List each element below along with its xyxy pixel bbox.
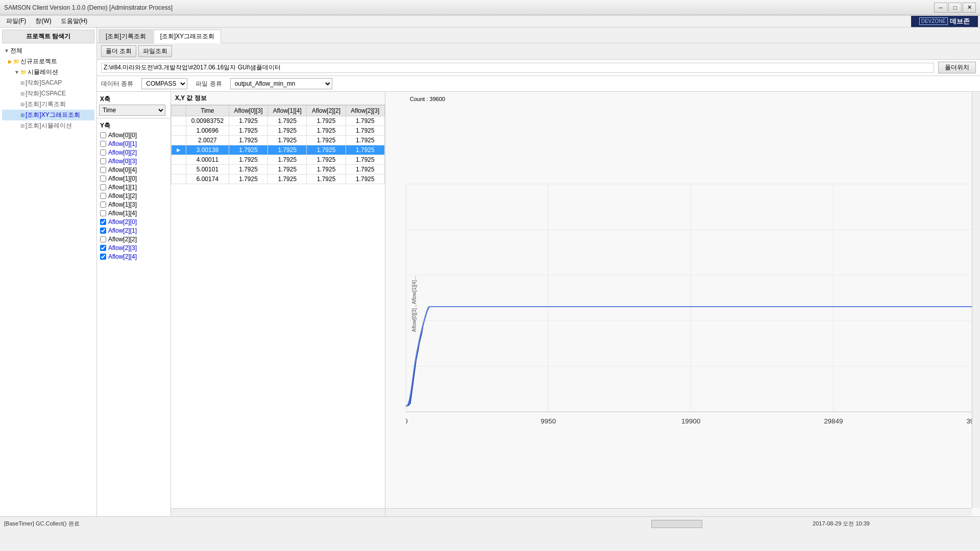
y-checkbox-0[interactable] (100, 132, 106, 138)
cell-6-2: 1.7925 (268, 174, 307, 184)
table-scroll-area[interactable]: Time Aflow[0][3] Aflow[1][4] Aflow[2][2]… (171, 105, 385, 508)
y-item-1[interactable]: Aflow[0][1] (99, 140, 168, 148)
status-datetime: 2017-08-29 오전 10:39 (813, 520, 870, 528)
table-row[interactable]: 4.000111.79251.79251.79251.7925 (172, 155, 385, 165)
content-area: [조회]기록조회 [조회]XY그래프조회 폴더 조회 파일조회 폴더위치 데이터… (97, 28, 980, 516)
cell-1-3: 1.7925 (307, 126, 346, 136)
file-view-button[interactable]: 파일조회 (138, 45, 172, 57)
y-item-7[interactable]: Aflow[1][2] (99, 192, 168, 200)
status-bar: [BaseTimer] GC.Collect() 완료 2017-08-29 오… (0, 516, 980, 531)
db-icon-4: ⊞ (20, 112, 24, 118)
cell-2-2: 1.7925 (268, 136, 307, 145)
table-row[interactable]: 2.00271.79251.79251.79251.7925 (172, 136, 385, 145)
y-item-8[interactable]: Aflow[1][3] (99, 201, 168, 209)
find-folder-button[interactable]: 폴더위치 (938, 62, 976, 73)
cell-5-4: 1.7925 (346, 165, 384, 174)
y-item-9[interactable]: Aflow[1][4] (99, 209, 168, 217)
y-checkbox-2[interactable] (100, 149, 106, 156)
y-item-2[interactable]: Aflow[0][2] (99, 148, 168, 157)
y-label-9: Aflow[1][4] (108, 210, 137, 217)
sidebar-item-sacap[interactable]: ⊞ [작화]SACAP (2, 78, 94, 88)
cell-5-0: 5.00101 (186, 165, 229, 174)
table-row[interactable]: 0.009837521.79251.79251.79251.7925 (172, 116, 385, 126)
y-checkbox-6[interactable] (100, 184, 106, 190)
sidebar-item-all[interactable]: ▼ 전체 (2, 45, 94, 56)
cell-0-3: 1.7925 (307, 116, 346, 126)
tab-record[interactable]: [조회]기록조회 (99, 30, 153, 43)
cell-3-3: 1.7925 (307, 145, 346, 155)
y-item-5[interactable]: Aflow[1][0] (99, 174, 168, 183)
y-label-14: Aflow[2][4] (108, 253, 137, 260)
chart-scrollbar-v[interactable] (972, 92, 980, 508)
y-checkbox-8[interactable] (100, 202, 106, 208)
minimize-button[interactable]: ─ (934, 3, 947, 13)
y-item-10[interactable]: Aflow[2][0] (99, 218, 168, 226)
sidebar-item-record[interactable]: ⊞ [조회]기록조회 (2, 99, 94, 110)
y-checkbox-1[interactable] (100, 141, 106, 147)
cell-6-4: 1.7925 (346, 174, 384, 184)
sidebar: 프로젝트 탐색기 ▼ 전체 ▶ 📁 신규프로젝트 ▼ 📁 시뮬레이션 ⊞ [작화… (0, 28, 97, 516)
sidebar-item-xygraph[interactable]: ⊞ [조회]XY그래프조회 (2, 110, 94, 120)
close-button[interactable]: ✕ (963, 3, 976, 13)
table-row[interactable]: 6.001741.79251.79251.79251.7925 (172, 174, 385, 184)
data-type-select[interactable]: COMPASS (141, 78, 187, 89)
y-checkbox-14[interactable] (100, 254, 106, 260)
path-input[interactable] (101, 63, 934, 73)
menu-window[interactable]: 창(W) (31, 16, 55, 27)
data-table-area: X,Y 값 정보 Time Aflow[0][3] Aflow[1][4] Af… (171, 92, 385, 516)
table-row[interactable]: 5.001011.79251.79251.79251.7925 (172, 165, 385, 174)
y-checkbox-12[interactable] (100, 236, 106, 242)
y-item-3[interactable]: Aflow[0][3] (99, 157, 168, 165)
y-label-8: Aflow[1][3] (108, 201, 137, 208)
y-item-13[interactable]: Aflow[2][3] (99, 244, 168, 252)
y-checkbox-7[interactable] (100, 193, 106, 199)
row-arrow-3: ► (172, 145, 186, 155)
table-row[interactable]: ►3.001381.79251.79251.79251.7925 (172, 145, 385, 155)
sidebar-item-simsim[interactable]: ⊞ [조회]시뮬레이션 (2, 120, 94, 131)
sidebar-title: 프로젝트 탐색기 (2, 30, 94, 43)
cell-4-2: 1.7925 (268, 155, 307, 165)
col-aflow14: Aflow[1][4] (268, 106, 307, 116)
y-checkbox-9[interactable] (100, 210, 106, 216)
y-label-2: Aflow[0][2] (108, 149, 137, 156)
folder-view-button[interactable]: 폴더 조회 (101, 45, 136, 57)
y-item-12[interactable]: Aflow[2][2] (99, 235, 168, 243)
cell-6-3: 1.7925 (307, 174, 346, 184)
row-arrow-1 (172, 126, 186, 136)
y-item-4[interactable]: Aflow[0][4] (99, 166, 168, 174)
y-checkbox-10[interactable] (100, 219, 106, 225)
table-scrollbar-h[interactable] (171, 508, 385, 516)
y-checkbox-5[interactable] (100, 176, 106, 182)
cell-2-0: 2.0027 (186, 136, 229, 145)
y-item-6[interactable]: Aflow[1][1] (99, 183, 168, 191)
sidebar-item-simulation[interactable]: ▼ 📁 시뮬레이션 (2, 67, 94, 78)
cell-2-1: 1.7925 (229, 136, 267, 145)
y-checkbox-13[interactable] (100, 245, 106, 251)
file-type-select[interactable]: output_Aflow_min_mn (230, 78, 332, 89)
chart-scrollbar-h[interactable] (385, 508, 972, 516)
y-label-4: Aflow[0][4] (108, 166, 137, 173)
menu-bar: 파일(F) 창(W) 도움말(H) DEVZONE 데브존 (0, 15, 980, 28)
y-axis-list: Aflow[0][0]Aflow[0][1]Aflow[0][2]Aflow[0… (99, 131, 168, 261)
table-row[interactable]: 1.006961.79251.79251.79251.7925 (172, 126, 385, 136)
menu-help[interactable]: 도움말(H) (57, 16, 92, 27)
menu-file[interactable]: 파일(F) (2, 16, 30, 27)
cell-5-1: 1.7925 (229, 165, 267, 174)
y-label-12: Aflow[2][2] (108, 236, 137, 243)
y-checkbox-4[interactable] (100, 167, 106, 173)
devzone-logo-icon: DEVZONE (919, 17, 948, 25)
y-checkbox-11[interactable] (100, 228, 106, 234)
maximize-button[interactable]: □ (948, 3, 962, 13)
sidebar-item-project[interactable]: ▶ 📁 신규프로젝트 (2, 56, 94, 67)
chart-svg: 0 1 2 3 4 5 0 9950 19900 29849 39799 (406, 96, 976, 500)
y-checkbox-3[interactable] (100, 158, 106, 164)
y-item-14[interactable]: Aflow[2][4] (99, 253, 168, 261)
y-item-0[interactable]: Aflow[0][0] (99, 131, 168, 139)
x-axis-select[interactable]: Time (99, 105, 165, 116)
sidebar-item-cspace[interactable]: ⊞ [작화]CSPACE (2, 88, 94, 99)
tab-xygraph[interactable]: [조회]XY그래프조회 (154, 30, 222, 43)
y-item-11[interactable]: Aflow[2][1] (99, 227, 168, 235)
cell-3-4: 1.7925 (346, 145, 384, 155)
col-aflow03: Aflow[0][3] (229, 106, 267, 116)
row-arrow-0 (172, 116, 186, 126)
